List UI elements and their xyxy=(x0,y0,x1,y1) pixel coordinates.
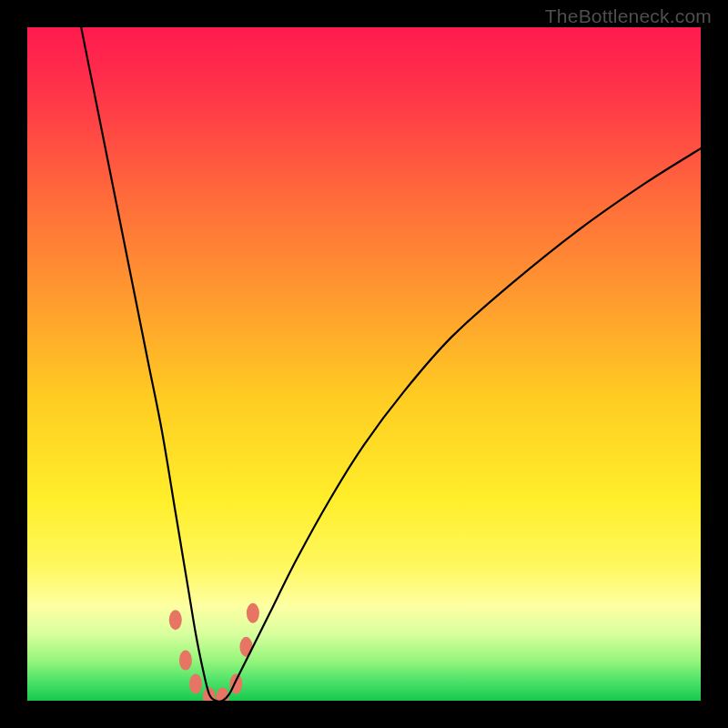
chart-frame: TheBottleneck.com xyxy=(0,0,728,728)
valley-marker xyxy=(247,603,259,623)
valley-marker xyxy=(179,651,192,671)
valley-marker xyxy=(240,637,253,657)
valley-marker xyxy=(189,674,202,694)
valley-marker xyxy=(217,687,229,701)
valley-marker xyxy=(169,610,182,630)
plot-area xyxy=(27,27,701,701)
watermark-text: TheBottleneck.com xyxy=(545,5,712,27)
bottleneck-curve xyxy=(81,27,701,701)
curve-layer xyxy=(27,27,701,701)
valley-markers xyxy=(169,603,259,701)
